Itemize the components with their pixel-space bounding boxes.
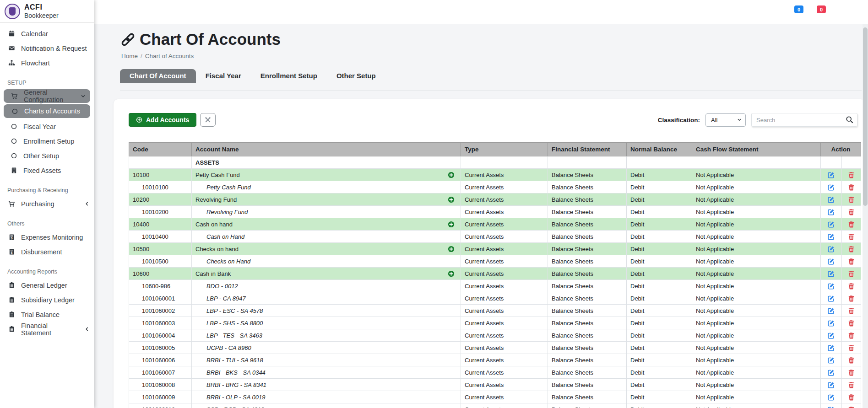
delete-icon[interactable] [848, 246, 855, 252]
sidebar-item-subsidiary-ledger[interactable]: Subsidiary Ledger [0, 293, 94, 307]
tools-button[interactable] [200, 113, 216, 127]
sidebar-item-notification-request[interactable]: Notification & Request [0, 41, 94, 55]
sidebar-item-enrollment-setup[interactable]: Enrollment Setup [0, 134, 94, 148]
sidebar-item-general-configuration[interactable]: General Configuration [4, 89, 90, 103]
delete-icon[interactable] [848, 406, 855, 408]
add-accounts-button[interactable]: Add Accounts [129, 113, 196, 127]
edit-icon[interactable] [828, 369, 835, 376]
sidebar-item-financial-statement[interactable]: Financial Statement [0, 322, 94, 336]
search-icon[interactable] [846, 116, 853, 123]
delete-icon[interactable] [848, 332, 855, 339]
edit-icon[interactable] [828, 344, 835, 351]
tab-other-setup[interactable]: Other Setup [327, 69, 385, 83]
chevron-left-icon [84, 327, 89, 332]
expand-account-icon[interactable] [448, 270, 455, 277]
sidebar-item-purchasing[interactable]: Purchasing [0, 197, 94, 211]
cell-type: Current Assets [461, 181, 548, 193]
notification-badge-alert[interactable]: 0 [817, 5, 826, 13]
sidebar-item-trial-balance[interactable]: Trial Balance [0, 307, 94, 322]
edit-icon[interactable] [828, 295, 835, 302]
edit-icon[interactable] [828, 233, 835, 240]
edit-icon[interactable] [828, 307, 835, 314]
delete-icon[interactable] [848, 381, 855, 388]
expand-account-icon[interactable] [448, 196, 455, 203]
col-account-name: Account Name [192, 143, 461, 156]
edit-icon[interactable] [828, 246, 835, 252]
cell-name: LBP - TES - SA 3463 [195, 332, 262, 339]
cell-name: Petty Cash Fund [195, 184, 251, 191]
cell-type: Current Assets [461, 268, 548, 280]
cell-fs: Balance Sheets [548, 243, 627, 255]
sidebar-item-fixed-assets[interactable]: Fixed Assets [0, 163, 94, 177]
table-row: ASSETS [129, 156, 861, 169]
edit-icon[interactable] [828, 394, 835, 401]
classification-select[interactable]: All [705, 113, 746, 127]
cell-name: SSB - RCB - SA 4813 [195, 406, 264, 408]
edit-icon[interactable] [828, 172, 835, 178]
page-head: Chart Of Accounts Home/Chart of Accounts [94, 24, 868, 59]
edit-icon[interactable] [828, 184, 835, 191]
delete-icon[interactable] [848, 357, 855, 364]
delete-icon[interactable] [848, 258, 855, 265]
delete-icon[interactable] [848, 283, 855, 290]
edit-icon[interactable] [828, 320, 835, 327]
scrollbar-thumb[interactable] [863, 27, 868, 206]
sidebar-item-charts-of-accounts[interactable]: Charts of Accounts [4, 104, 90, 118]
chevron-down-icon [81, 94, 86, 99]
cell-balance: Debit [627, 280, 692, 292]
sidebar: ACFI Bookkeeper Calendar Notification & … [0, 0, 94, 408]
page-scrollbar[interactable] [863, 24, 868, 408]
edit-icon[interactable] [828, 270, 835, 277]
delete-icon[interactable] [848, 307, 855, 314]
delete-icon[interactable] [848, 320, 855, 327]
breadcrumb-home[interactable]: Home [121, 53, 138, 59]
tab-enrollment-setup[interactable]: Enrollment Setup [251, 69, 327, 83]
delete-icon[interactable] [848, 270, 855, 277]
edit-icon[interactable] [828, 258, 835, 265]
delete-icon[interactable] [848, 209, 855, 215]
delete-icon[interactable] [848, 344, 855, 351]
sidebar-item-fiscal-year[interactable]: Fiscal Year [0, 119, 94, 134]
link-icon [121, 33, 135, 46]
edit-icon[interactable] [828, 196, 835, 203]
edit-icon[interactable] [828, 209, 835, 215]
notification-badge-info[interactable]: 0 [794, 5, 803, 13]
cell-name: BRBI - BRG - SA 8341 [195, 381, 266, 388]
delete-icon[interactable] [848, 196, 855, 203]
delete-icon[interactable] [848, 295, 855, 302]
edit-icon[interactable] [828, 357, 835, 364]
table-row: 10200 Revolving Fund Current Assets Bala… [129, 193, 861, 206]
expand-account-icon[interactable] [448, 221, 455, 228]
cell-name: Cash on hand [195, 221, 233, 228]
cell-balance: Debit [627, 255, 692, 268]
cell-cashflow: Not Applicable [692, 169, 821, 181]
expand-account-icon[interactable] [448, 246, 455, 252]
search-input[interactable] [751, 113, 857, 127]
delete-icon[interactable] [848, 394, 855, 401]
delete-icon[interactable] [848, 233, 855, 240]
edit-icon[interactable] [828, 406, 835, 408]
tab-fiscal-year[interactable]: Fiscal Year [196, 69, 251, 83]
delete-icon[interactable] [848, 172, 855, 178]
sidebar-item-calendar[interactable]: Calendar [0, 27, 94, 41]
tab-chart-of-account[interactable]: Chart Of Account [120, 69, 196, 83]
sidebar-item-other-setup[interactable]: Other Setup [0, 149, 94, 163]
edit-icon[interactable] [828, 283, 835, 290]
brand[interactable]: ACFI Bookkeeper [0, 0, 94, 23]
delete-icon[interactable] [848, 369, 855, 376]
sidebar-item-expenses-monitoring[interactable]: Expenses Monitoring [0, 230, 94, 244]
delete-icon[interactable] [848, 184, 855, 191]
sidebar-item-disbursement[interactable]: Disbursement [0, 245, 94, 259]
cell-type: Current Assets [461, 255, 548, 268]
cell-balance: Debit [627, 206, 692, 218]
edit-icon[interactable] [828, 332, 835, 339]
col-normal-balance: Normal Balance [627, 143, 692, 156]
edit-icon[interactable] [828, 381, 835, 388]
cell-cashflow: Not Applicable [692, 193, 821, 206]
edit-icon[interactable] [828, 221, 835, 228]
delete-icon[interactable] [848, 221, 855, 228]
ledger-icon [8, 296, 15, 303]
sidebar-item-general-ledger[interactable]: General Ledger [0, 278, 94, 292]
sidebar-item-flowchart[interactable]: Flowchart [0, 56, 94, 70]
expand-account-icon[interactable] [448, 172, 455, 178]
